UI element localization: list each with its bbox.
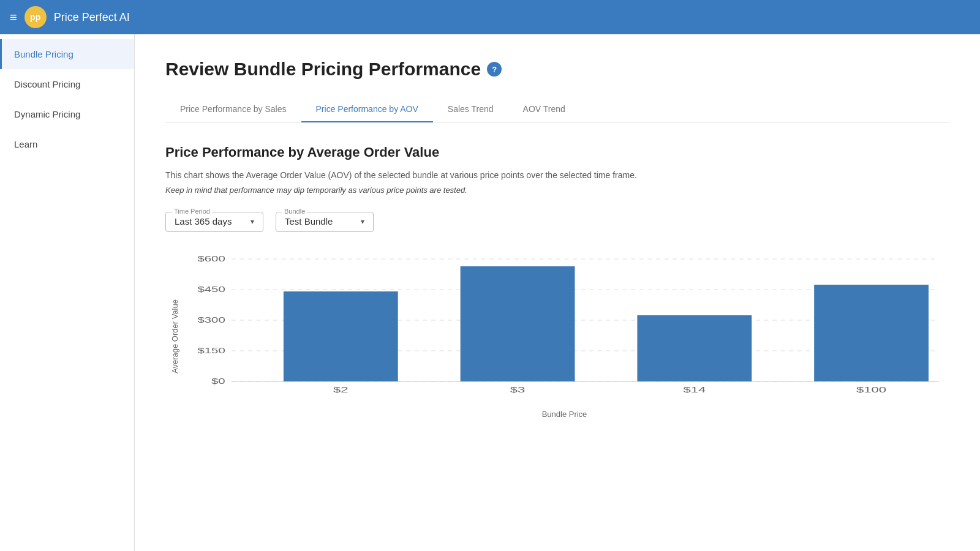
chart-container: Average Order Value $600 $450 $300: [165, 254, 949, 419]
app-title: Price Perfect AI: [54, 11, 130, 24]
svg-text:$450: $450: [197, 285, 225, 294]
bundle-control[interactable]: Bundle Test Bundle ▾: [276, 212, 374, 232]
bar-chart-svg: $600 $450 $300 $150 $0 $2 $3: [179, 254, 949, 407]
menu-icon[interactable]: ≡: [10, 10, 17, 24]
section-description: This chart shows the Average Order Value…: [165, 169, 949, 182]
sidebar-label-learn: Learn: [14, 139, 37, 149]
time-period-control[interactable]: Time Period Last 365 days ▾: [165, 212, 263, 232]
time-period-label: Time Period: [172, 208, 212, 215]
page-title: Review Bundle Pricing Performance: [165, 59, 481, 80]
bundle-select[interactable]: Test Bundle ▾: [285, 216, 364, 227]
time-period-select[interactable]: Last 365 days ▾: [175, 216, 254, 227]
bar-2: [284, 291, 398, 381]
app-layout: Bundle Pricing Discount Pricing Dynamic …: [0, 34, 980, 551]
bar-14: [637, 315, 752, 381]
section-note: Keep in mind that performance may dip te…: [165, 186, 949, 195]
tab-price-by-aov[interactable]: Price Performance by AOV: [301, 97, 433, 122]
svg-text:$14: $14: [683, 386, 706, 394]
svg-text:$100: $100: [856, 386, 886, 394]
sidebar-item-discount-pricing[interactable]: Discount Pricing: [0, 69, 134, 99]
bundle-label: Bundle: [282, 208, 307, 215]
sidebar-label-discount-pricing: Discount Pricing: [14, 79, 80, 89]
tab-price-by-sales[interactable]: Price Performance by Sales: [165, 97, 301, 122]
sidebar-item-dynamic-pricing[interactable]: Dynamic Pricing: [0, 99, 134, 129]
topbar: ≡ pp Price Perfect AI: [0, 0, 980, 34]
y-axis-label: Average Order Value: [165, 254, 179, 419]
chart-inner: $600 $450 $300 $150 $0 $2 $3: [179, 254, 949, 419]
help-icon[interactable]: ?: [487, 62, 502, 77]
svg-text:$0: $0: [211, 377, 225, 386]
bundle-value: Test Bundle: [285, 216, 333, 227]
bundle-dropdown-arrow: ▾: [361, 217, 364, 226]
logo: pp: [24, 6, 47, 28]
bar-100: [814, 285, 929, 381]
bar-3: [461, 266, 575, 381]
time-period-value: Last 365 days: [175, 216, 232, 227]
sidebar: Bundle Pricing Discount Pricing Dynamic …: [0, 34, 135, 551]
sidebar-item-learn[interactable]: Learn: [0, 129, 134, 159]
tab-sales-trend[interactable]: Sales Trend: [433, 97, 508, 122]
svg-text:$300: $300: [197, 316, 225, 324]
svg-text:$2: $2: [333, 386, 349, 394]
section-title: Price Performance by Average Order Value: [165, 144, 949, 160]
main-content: Review Bundle Pricing Performance ? Pric…: [135, 34, 980, 551]
svg-text:$3: $3: [510, 386, 526, 394]
tab-bar: Price Performance by Sales Price Perform…: [165, 97, 949, 122]
svg-text:$600: $600: [197, 255, 225, 263]
sidebar-label-dynamic-pricing: Dynamic Pricing: [14, 109, 80, 119]
sidebar-item-bundle-pricing[interactable]: Bundle Pricing: [0, 39, 134, 69]
time-period-dropdown-arrow: ▾: [251, 217, 254, 226]
controls-row: Time Period Last 365 days ▾ Bundle Test …: [165, 212, 949, 232]
sidebar-label-bundle-pricing: Bundle Pricing: [14, 49, 74, 59]
tab-aov-trend[interactable]: AOV Trend: [508, 97, 580, 122]
chart-svg: $600 $450 $300 $150 $0 $2 $3: [179, 254, 949, 407]
x-axis-label: Bundle Price: [179, 410, 949, 419]
page-title-row: Review Bundle Pricing Performance ?: [165, 59, 949, 80]
svg-text:$150: $150: [197, 347, 225, 355]
